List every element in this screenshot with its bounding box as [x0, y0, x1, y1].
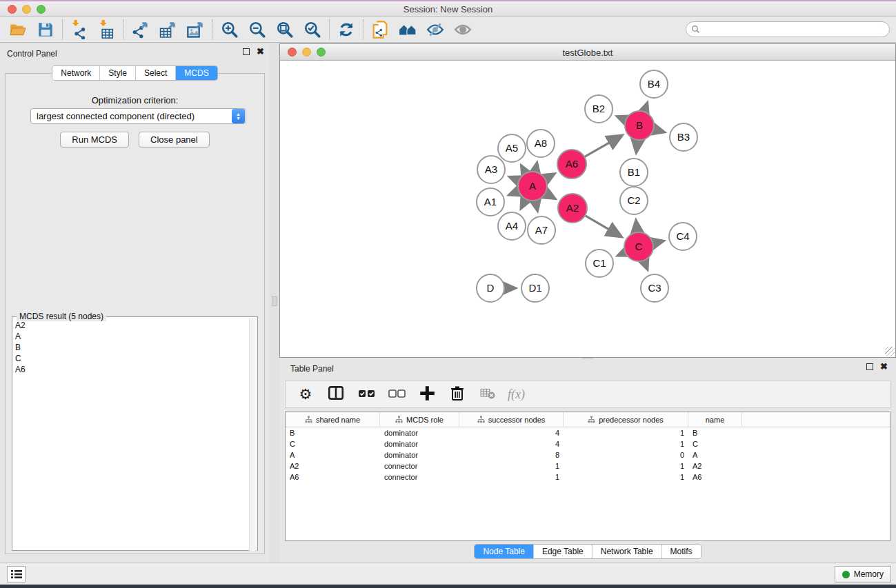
- zoom-in-button[interactable]: [216, 19, 243, 41]
- graph-node-C3[interactable]: C3: [641, 274, 668, 302]
- save-session-button[interactable]: [32, 19, 59, 41]
- import-table-button[interactable]: [93, 19, 121, 41]
- graph-node-A5[interactable]: A5: [498, 134, 526, 162]
- table-cell[interactable]: A2: [286, 460, 380, 472]
- mcds-result-item[interactable]: C: [15, 353, 248, 364]
- table-cell[interactable]: A: [688, 449, 742, 460]
- graph-node-A3[interactable]: A3: [477, 156, 505, 183]
- export-image-button[interactable]: [182, 19, 210, 41]
- table-cell[interactable]: dominator: [380, 449, 459, 460]
- resize-grip-icon[interactable]: [885, 347, 895, 356]
- graph-node-A4[interactable]: A4: [498, 212, 526, 240]
- zoom-fit-button[interactable]: [271, 19, 299, 41]
- graph-node-D1[interactable]: D1: [521, 274, 549, 302]
- graph-edge-C-C4[interactable]: [653, 241, 663, 244]
- export-table-button[interactable]: [155, 19, 182, 41]
- graph-node-A7[interactable]: A7: [528, 216, 555, 244]
- graph-edge-A-A3[interactable]: [510, 177, 519, 181]
- tab-style[interactable]: Style: [99, 66, 135, 80]
- mcds-result-item[interactable]: A2: [15, 320, 248, 331]
- graph-node-D[interactable]: D: [477, 274, 504, 302]
- table-cell[interactable]: 4: [459, 427, 564, 438]
- add-column-button[interactable]: [417, 384, 437, 405]
- graph-edge-A-A2[interactable]: [545, 193, 555, 199]
- float-panel-icon[interactable]: [243, 48, 250, 55]
- table-cell[interactable]: 0: [564, 449, 688, 460]
- mcds-result-item[interactable]: B: [15, 342, 248, 353]
- table-cell[interactable]: connector: [380, 460, 459, 472]
- table-cell[interactable]: 8: [459, 449, 564, 460]
- graph-node-C2[interactable]: C2: [620, 187, 648, 214]
- table-cell[interactable]: C: [688, 438, 742, 449]
- table-cell[interactable]: dominator: [380, 427, 459, 438]
- table-row[interactable]: Cdominator41C: [286, 438, 890, 449]
- close-panel-icon[interactable]: ✖: [257, 48, 264, 55]
- table-cell[interactable]: B: [286, 427, 380, 438]
- hide-panel-button[interactable]: [421, 19, 449, 41]
- optimization-criterion-select[interactable]: largest connected component (directed) ▲…: [30, 108, 246, 124]
- graph-node-B[interactable]: B: [625, 111, 654, 140]
- tab-select[interactable]: Select: [135, 66, 175, 80]
- table-cell[interactable]: A6: [688, 472, 742, 483]
- graph-edge-A-A1[interactable]: [509, 191, 519, 194]
- table-row[interactable]: Adominator80A: [286, 449, 890, 460]
- graph-node-C1[interactable]: C1: [586, 250, 613, 277]
- refresh-layout-button[interactable]: [332, 19, 360, 41]
- node-table[interactable]: shared name MCDS role successor nodes pr…: [285, 412, 890, 541]
- splitter-grip[interactable]: [272, 296, 277, 306]
- table-cell[interactable]: connector: [380, 472, 459, 483]
- graph-edge-A-A8[interactable]: [535, 163, 537, 172]
- search-input[interactable]: [703, 25, 889, 34]
- run-mcds-button[interactable]: Run MCDS: [60, 132, 129, 148]
- network-window-titlebar[interactable]: testGlobe.txt: [280, 44, 895, 61]
- column-header-successor-nodes[interactable]: successor nodes: [459, 412, 564, 427]
- mcds-result-item[interactable]: A6: [15, 364, 248, 375]
- gear-button[interactable]: ⚙: [295, 384, 316, 405]
- tab-motifs[interactable]: Motifs: [661, 545, 701, 558]
- table-cell[interactable]: dominator: [380, 438, 459, 449]
- split-columns-button[interactable]: [326, 384, 346, 405]
- float-table-panel-icon[interactable]: [866, 363, 873, 370]
- import-network-button[interactable]: [66, 19, 93, 41]
- table-cell[interactable]: 1: [459, 472, 564, 483]
- graph-node-B1[interactable]: B1: [620, 159, 648, 186]
- graph-node-C4[interactable]: C4: [669, 223, 697, 250]
- table-cell[interactable]: 4: [459, 438, 564, 449]
- table-cell[interactable]: 1: [459, 460, 564, 472]
- tab-mcds[interactable]: MCDS: [175, 66, 217, 80]
- graph-edge-B-B1[interactable]: [636, 140, 637, 152]
- graph-edge-C-C1[interactable]: [618, 252, 626, 256]
- delete-column-button[interactable]: [447, 384, 468, 405]
- mcds-result-item[interactable]: A: [15, 331, 248, 342]
- duplicate-network-button[interactable]: [366, 19, 394, 41]
- graph-edge-A2-C[interactable]: [585, 216, 621, 237]
- network-canvas[interactable]: AA1A2A3A4A5A6A7A8BB1B2B3B4CC1C2C3C4DD1: [280, 61, 895, 357]
- graph-edge-A-A6[interactable]: [545, 174, 554, 179]
- open-file-button[interactable]: [4, 19, 32, 41]
- graph-edge-A-A4[interactable]: [521, 199, 526, 209]
- graph-node-B3[interactable]: B3: [670, 123, 697, 151]
- select-all-button[interactable]: [356, 384, 377, 405]
- close-panel-button[interactable]: Close panel: [139, 132, 210, 148]
- task-history-button[interactable]: [7, 566, 26, 582]
- first-neighbors-button[interactable]: [394, 19, 421, 41]
- column-header-name[interactable]: name: [688, 412, 742, 427]
- graph-edge-B-B2[interactable]: [617, 116, 626, 120]
- table-cell[interactable]: 1: [564, 438, 688, 449]
- graph-node-B4[interactable]: B4: [640, 70, 668, 98]
- graph-edge-C-C2[interactable]: [636, 221, 637, 232]
- search-box[interactable]: [686, 21, 890, 37]
- graph-edge-A-A5[interactable]: [521, 165, 526, 173]
- graph-edge-C-C3[interactable]: [644, 261, 648, 270]
- graph-edge-B-B4[interactable]: [644, 103, 647, 112]
- mcds-result-scrollbar[interactable]: [249, 318, 257, 551]
- tab-edge-table[interactable]: Edge Table: [533, 545, 592, 558]
- graph-node-A6[interactable]: A6: [557, 150, 586, 179]
- table-cell[interactable]: C: [286, 438, 380, 449]
- graph-edge-B-B3[interactable]: [653, 129, 664, 132]
- tab-node-table[interactable]: Node Table: [475, 545, 533, 558]
- table-row[interactable]: Bdominator41B: [286, 427, 890, 438]
- memory-button[interactable]: Memory: [835, 566, 891, 582]
- graph-node-A[interactable]: A: [518, 172, 547, 201]
- table-row[interactable]: A2connector11A2: [286, 460, 890, 472]
